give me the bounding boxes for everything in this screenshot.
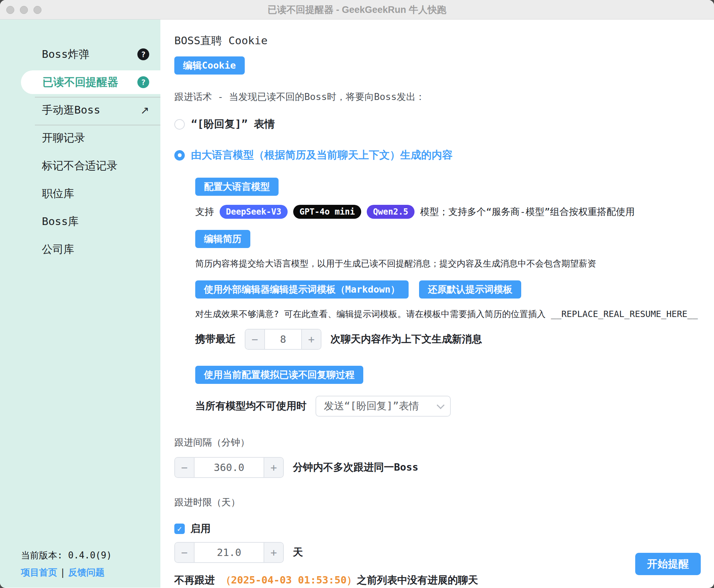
configure-llm-button[interactable]: 配置大语言模型 (195, 178, 279, 196)
no-follow-note: 不再跟进 （2025-04-03 01:53:50）之前列表中没有进展的聊天 (174, 573, 700, 587)
follow-script-label: 跟进话术 - 当发现已读不回的Boss时，将要向Boss发出： (174, 91, 700, 103)
help-icon[interactable]: ? (137, 48, 149, 60)
app-window: 已读不回提醒器 - GeekGeekRun 牛人快跑 Boss炸弹 ? 已读不回… (0, 0, 714, 588)
title-bar: 已读不回提醒器 - GeekGeekRun 牛人快跑 (0, 0, 714, 20)
interval-stepper: − 360.0 + (174, 457, 284, 478)
traffic-lights (6, 6, 41, 14)
note-datetime: （2025-04-03 01:53:50） (221, 574, 357, 586)
note-suffix: 之前列表中没有进展的聊天 (357, 574, 478, 586)
sidebar-item-label: Boss库 (42, 214, 79, 229)
zoom-window-button[interactable] (33, 6, 41, 14)
deadline-unit: 天 (293, 546, 303, 559)
interval-label: 跟进间隔（分钟） (174, 436, 700, 449)
sidebar-item-chat-records[interactable]: 开聊记录 (0, 124, 160, 152)
template-note: 对生成效果不够满意? 可在此查看、编辑提示词模板。请在模板中需要插入简历的位置插… (195, 308, 700, 320)
interval-input[interactable]: 360.0 (194, 458, 264, 477)
deadline-days-stepper: − 21.0 + (174, 542, 284, 563)
simulate-chat-button[interactable]: 使用当前配置模拟已读不回复聊过程 (195, 366, 363, 384)
minimize-window-button[interactable] (20, 6, 28, 14)
edit-cookie-button[interactable]: 编辑Cookie (174, 56, 245, 75)
sidebar-item-marked-unsuitable[interactable]: 标记不合适记录 (0, 152, 160, 180)
deadline-label: 跟进时限（天） (174, 496, 700, 509)
main-content: BOSS直聘 Cookie 编辑Cookie 跟进话术 - 当发现已读不回的Bo… (160, 20, 714, 588)
sidebar-item-label: 开聊记录 (42, 131, 85, 145)
deadline-days-input[interactable]: 21.0 (194, 543, 264, 562)
note-prefix: 不再跟进 (174, 574, 221, 586)
radio-unselected-icon[interactable] (174, 119, 185, 130)
radio-selected-icon[interactable] (174, 150, 185, 161)
sidebar-item-read-no-reply-reminder[interactable]: 已读不回提醒器 ? (21, 70, 160, 94)
increment-button[interactable]: + (264, 458, 283, 477)
decrement-button[interactable]: − (245, 330, 264, 349)
sidebar-item-boss-library[interactable]: Boss库 (0, 208, 160, 235)
sidebar-item-label: 标记不合适记录 (42, 158, 117, 173)
support-prefix: 支持 (195, 206, 214, 218)
model-badge-gpt4o-mini: GPT-4o mini (293, 205, 361, 219)
increment-button[interactable]: + (264, 543, 283, 562)
decrement-button[interactable]: − (175, 458, 194, 477)
radio-label: “[盼回复]” 表情 (191, 117, 275, 131)
start-reminder-button[interactable]: 开始提醒 (635, 553, 701, 575)
sidebar-item-label: Boss炸弹 (42, 47, 90, 62)
edit-prompt-template-button[interactable]: 使用外部编辑器编辑提示词模板（Markdown） (195, 280, 409, 299)
resume-note: 简历内容将提交给大语言模型，以用于生成已读不回提醒消息；提交内容及生成消息中不会… (195, 258, 700, 269)
fallback-label: 当所有模型均不可使用时 (195, 399, 306, 413)
cookie-section-title: BOSS直聘 Cookie (174, 33, 700, 48)
increment-button[interactable]: + (302, 330, 321, 349)
model-badge-deepseek: DeepSeek-V3 (220, 205, 288, 219)
version-label: 当前版本: 0.4.0(9) (21, 549, 112, 562)
feedback-link[interactable]: 反馈问题 (68, 567, 105, 578)
supported-models-line: 支持 DeepSeek-V3 GPT-4o mini Qwen2.5 模型；支持… (195, 205, 700, 219)
sidebar: Boss炸弹 ? 已读不回提醒器 ? 手动逛Boss ↗ 开聊记录 标记不合适记… (0, 20, 160, 588)
checkbox-checked-icon[interactable]: ✓ (174, 524, 185, 534)
sidebar-divider (35, 125, 160, 125)
sidebar-item-company-library[interactable]: 公司库 (0, 235, 160, 263)
interval-suffix: 分钟内不多次跟进同一Boss (293, 461, 418, 474)
support-suffix: 模型；支持多个“服务商-模型”组合按权重搭配使用 (420, 206, 635, 218)
follow-option-llm[interactable]: 由大语言模型（根据简历及当前聊天上下文）生成的内容 (174, 148, 700, 162)
sidebar-item-boss-bomb[interactable]: Boss炸弹 ? (0, 40, 160, 68)
sidebar-item-label: 公司库 (42, 242, 74, 257)
follow-option-emoji[interactable]: “[盼回复]” 表情 (174, 117, 700, 131)
link-separator: | (60, 567, 66, 578)
model-badge-qwen: Qwen2.5 (367, 205, 415, 219)
sidebar-item-manual-browse-boss[interactable]: 手动逛Boss ↗ (0, 96, 160, 124)
fallback-selected-value: 发送“[盼回复]”表情 (324, 399, 419, 413)
enable-label: 启用 (190, 522, 211, 536)
decrement-button[interactable]: − (175, 543, 194, 562)
fallback-select[interactable]: 发送“[盼回复]”表情 (316, 396, 451, 417)
footer-links: 项目首页|反馈问题 (21, 566, 112, 579)
sidebar-divider (35, 97, 160, 98)
reset-prompt-template-button[interactable]: 还原默认提示词模板 (419, 280, 521, 299)
context-count-stepper: − 8 + (245, 329, 321, 350)
context-count-prefix: 携带最近 (195, 332, 236, 346)
close-window-button[interactable] (6, 6, 14, 14)
deadline-enable-row[interactable]: ✓ 启用 (174, 522, 700, 536)
sidebar-item-label: 已读不回提醒器 (43, 75, 118, 90)
llm-settings-block: 配置大语言模型 支持 DeepSeek-V3 GPT-4o mini Qwen2… (195, 178, 700, 417)
edit-resume-button[interactable]: 编辑简历 (195, 230, 250, 248)
sidebar-item-label: 手动逛Boss (42, 103, 100, 117)
external-link-icon: ↗ (140, 104, 149, 116)
sidebar-item-job-library[interactable]: 职位库 (0, 180, 160, 208)
project-home-link[interactable]: 项目首页 (21, 567, 57, 578)
context-count-suffix: 次聊天内容作为上下文生成新消息 (331, 332, 482, 346)
sidebar-item-label: 职位库 (42, 186, 74, 201)
help-icon[interactable]: ? (137, 76, 149, 88)
context-count-input[interactable]: 8 (264, 330, 302, 349)
chevron-down-icon (437, 401, 445, 409)
radio-label: 由大语言模型（根据简历及当前聊天上下文）生成的内容 (191, 148, 453, 162)
window-title: 已读不回提醒器 - GeekGeekRun 牛人快跑 (267, 3, 446, 16)
